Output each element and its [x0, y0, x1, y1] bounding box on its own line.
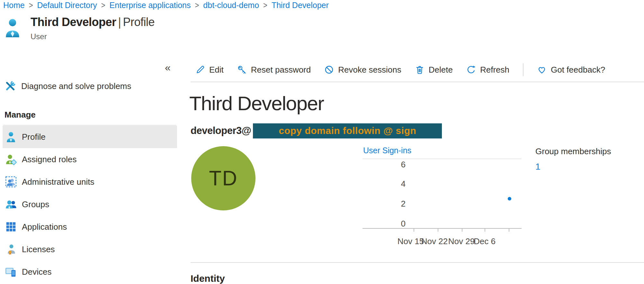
sidebar-item-devices[interactable]: Devices: [3, 261, 177, 283]
devices-icon: [5, 266, 17, 278]
group-memberships-count-link[interactable]: 1: [535, 162, 611, 172]
sidebar-item-label: Administrative units: [22, 177, 94, 187]
edit-label: Edit: [209, 65, 224, 75]
breadcrumb-default-directory[interactable]: Default Directory: [37, 1, 97, 10]
y-tick-label: 6: [393, 160, 406, 169]
profile-display-name: Third Developer: [189, 92, 324, 115]
breadcrumb-separator: >: [263, 1, 267, 10]
sidebar-item-diagnose[interactable]: Diagnose and solve problems: [4, 78, 131, 94]
heart-icon: [537, 65, 547, 75]
pencil-icon: [195, 65, 205, 75]
licenses-icon: [5, 244, 17, 255]
got-feedback-label: Got feedback?: [551, 65, 605, 75]
page-subtitle: User: [31, 32, 47, 41]
x-tick-label: Nov 22: [419, 236, 450, 246]
breadcrumb-enterprise-applications[interactable]: Enterprise applications: [110, 1, 191, 10]
y-tick-label: 0: [393, 219, 406, 228]
delete-button[interactable]: Delete: [415, 65, 453, 75]
sidebar-item-administrative-units[interactable]: Administrative units: [3, 171, 177, 193]
group-memberships-label: Group memberships: [535, 146, 611, 156]
breadcrumb: Home > Default Directory > Enterprise ap…: [3, 1, 329, 10]
page-title-divider: |: [118, 15, 121, 29]
breadcrumb-dbt-cloud-demo[interactable]: dbt-cloud-demo: [203, 1, 259, 10]
toolbar-divider: [523, 63, 523, 76]
reset-password-button[interactable]: Reset password: [237, 65, 311, 75]
diagnose-tools-icon: [4, 80, 16, 92]
sidebar-item-assigned-roles[interactable]: Assigned roles: [3, 148, 177, 171]
username-prefix: developer3@: [191, 125, 251, 137]
assigned-roles-icon: [5, 154, 17, 165]
redaction-overlay: copy domain followin @ sign: [253, 123, 442, 138]
section-divider: [191, 262, 644, 263]
command-bar: Edit Reset password Revoke sessions De: [195, 62, 605, 77]
y-tick-label: 4: [393, 180, 406, 188]
delete-label: Delete: [429, 65, 453, 75]
sidebar-nav: Profile Assigned roles: [3, 126, 177, 283]
breadcrumb-separator: >: [29, 1, 33, 10]
axis-tick: [438, 229, 438, 232]
page-title-name: Third Developer: [31, 15, 116, 29]
user-avatar-icon: [4, 18, 21, 38]
block-icon: [324, 65, 334, 75]
sidebar-item-label: Devices: [22, 267, 51, 277]
sidebar-item-label: Profile: [22, 132, 46, 142]
y-tick-label: 2: [393, 200, 406, 208]
refresh-label: Refresh: [480, 65, 509, 75]
axis-tick: [509, 229, 509, 232]
sidebar-divider: [3, 125, 176, 125]
reset-password-label: Reset password: [251, 65, 311, 75]
x-tick-label: Dec 6: [469, 236, 500, 246]
axis-tick: [462, 229, 462, 232]
axis-tick: [485, 229, 485, 232]
page-title: Third Developer|Profile: [31, 15, 155, 29]
groups-icon: [5, 199, 17, 210]
avatar-initials: TD: [209, 166, 237, 190]
applications-grid-icon: [5, 221, 17, 233]
axis-tick: [414, 229, 414, 232]
breadcrumb-separator: >: [101, 1, 105, 10]
sidebar-collapse-button[interactable]: «: [161, 62, 175, 74]
profile-person-icon: [5, 131, 17, 143]
key-icon: [237, 65, 247, 75]
sidebar-section-manage: Manage: [4, 110, 36, 120]
trash-icon: [415, 65, 425, 75]
refresh-icon: [466, 65, 476, 75]
breadcrumb-home[interactable]: Home: [3, 1, 25, 10]
user-principal-name: developer3@ copy domain followin @ sign: [191, 123, 442, 138]
data-point: [508, 197, 511, 200]
breadcrumb-third-developer[interactable]: Third Developer: [272, 1, 329, 10]
breadcrumb-separator: >: [195, 1, 199, 10]
x-axis-line: [362, 228, 522, 229]
edit-button[interactable]: Edit: [195, 65, 224, 75]
sidebar-item-profile[interactable]: Profile: [3, 126, 177, 148]
toolbar-bottom-divider: [191, 82, 644, 82]
got-feedback-button[interactable]: Got feedback?: [537, 65, 605, 75]
identity-section-heading: Identity: [191, 273, 225, 284]
administrative-units-icon: [5, 176, 17, 188]
sidebar-item-label: Groups: [22, 200, 49, 209]
group-memberships-block: Group memberships 1: [535, 146, 611, 172]
sidebar-item-label: Licenses: [22, 244, 55, 254]
sidebar-item-label: Assigned roles: [22, 155, 77, 164]
revoke-sessions-button[interactable]: Revoke sessions: [324, 65, 401, 75]
revoke-sessions-label: Revoke sessions: [338, 65, 401, 75]
sidebar-item-licenses[interactable]: Licenses: [3, 238, 177, 261]
sidebar-item-applications[interactable]: Applications: [3, 216, 177, 238]
page-title-section: Profile: [123, 15, 155, 29]
user-signins-chart: User Sign-ins 6 4 2 0 Nov 15 Nov 22 Nov …: [362, 145, 523, 256]
sidebar-item-label: Diagnose and solve problems: [21, 81, 131, 91]
user-signins-title-link[interactable]: User Sign-ins: [363, 146, 411, 155]
refresh-button[interactable]: Refresh: [466, 65, 509, 75]
sidebar-item-groups[interactable]: Groups: [3, 193, 177, 216]
avatar: TD: [191, 146, 255, 210]
user-profile-page: Home > Default Directory > Enterprise ap…: [0, 0, 644, 284]
chart-header-divider: [362, 159, 522, 159]
sidebar-item-label: Applications: [22, 222, 67, 232]
